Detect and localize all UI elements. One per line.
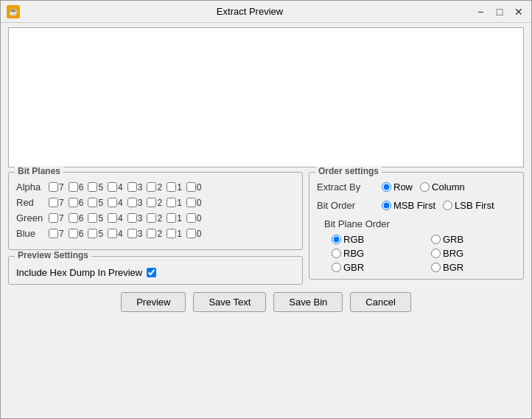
order-settings-group: Order settings Extract By Row Column <box>309 172 524 280</box>
window-title: Extract Preview <box>26 6 474 17</box>
green-cb-6[interactable] <box>69 213 78 223</box>
extract-by-row-radio[interactable] <box>382 182 391 192</box>
lsb-first-radio[interactable] <box>443 201 452 210</box>
close-button[interactable]: ✕ <box>512 5 525 18</box>
bit-planes-group: Bit Planes Alpha 7 6 5 4 3 2 1 0 <box>8 172 303 250</box>
green-cb-0[interactable] <box>186 213 196 223</box>
green-cb-1[interactable] <box>167 213 176 223</box>
bit-order-row: Bit Order MSB First LSB First <box>317 200 516 211</box>
red-cb-1[interactable] <box>167 198 176 207</box>
red-row: Red 7 6 5 4 3 2 1 0 <box>16 197 295 208</box>
left-panel: Bit Planes Alpha 7 6 5 4 3 2 1 0 <box>8 172 303 285</box>
brg-radio[interactable] <box>431 249 441 258</box>
blue-cb-3[interactable] <box>127 229 137 238</box>
preview-button[interactable]: Preview <box>121 292 186 312</box>
gbr-radio[interactable] <box>332 263 341 272</box>
bit-order-options: MSB First LSB First <box>382 200 494 211</box>
extract-by-options: Row Column <box>382 181 465 193</box>
green-cb-7[interactable] <box>49 213 58 223</box>
extract-by-label: Extract By <box>317 181 376 193</box>
extract-by-row-option: Row <box>382 181 413 193</box>
alpha-bit-6: 6 <box>69 182 84 193</box>
red-label: Red <box>16 197 49 208</box>
gbr-option: GBR <box>332 262 416 273</box>
extract-by-column-option: Column <box>420 181 465 193</box>
bit-planes-label: Bit Planes <box>15 166 63 176</box>
blue-row: Blue 7 6 5 4 3 2 1 0 <box>16 228 295 239</box>
blue-cb-5[interactable] <box>88 229 97 238</box>
red-cb-0[interactable] <box>186 198 196 207</box>
alpha-bit-1: 1 <box>167 182 182 193</box>
green-cb-2[interactable] <box>147 213 156 223</box>
blue-label: Blue <box>16 228 49 239</box>
alpha-cb-7[interactable] <box>49 182 58 192</box>
alpha-cb-4[interactable] <box>108 182 117 192</box>
msb-first-option: MSB First <box>382 200 435 211</box>
red-cb-6[interactable] <box>69 198 78 207</box>
rbg-radio[interactable] <box>332 249 341 258</box>
alpha-cb-5[interactable] <box>88 182 97 192</box>
bgr-option: BGR <box>431 262 516 273</box>
blue-cb-2[interactable] <box>147 229 156 238</box>
minimize-button[interactable]: − <box>474 5 487 18</box>
alpha-bit-2: 2 <box>147 182 162 193</box>
alpha-label: Alpha <box>16 181 49 193</box>
title-bar: ☕ Extract Preview − □ ✕ <box>1 1 531 23</box>
blue-cb-7[interactable] <box>49 229 58 238</box>
order-settings-label: Order settings <box>315 166 382 176</box>
right-panel: Order settings Extract By Row Column <box>309 172 524 285</box>
hex-dump-label: Include Hex Dump In Preview <box>16 267 142 278</box>
bit-order-label: Bit Order <box>317 200 376 211</box>
window-controls: − □ ✕ <box>474 5 525 18</box>
alpha-cb-0[interactable] <box>186 182 196 192</box>
green-cb-4[interactable] <box>108 213 117 223</box>
alpha-checkboxes: 7 6 5 4 3 2 1 0 <box>49 182 205 193</box>
rbg-option: RBG <box>332 248 416 259</box>
red-cb-3[interactable] <box>127 198 137 207</box>
bit-plane-order-label: Bit Plane Order <box>324 218 516 229</box>
alpha-bit-4: 4 <box>108 182 123 193</box>
alpha-cb-6[interactable] <box>69 182 78 192</box>
green-row: Green 7 6 5 4 3 2 1 0 <box>16 212 295 224</box>
main-panels: Bit Planes Alpha 7 6 5 4 3 2 1 0 <box>1 172 531 285</box>
bgr-radio[interactable] <box>431 263 441 272</box>
preview-canvas <box>8 27 524 167</box>
alpha-cb-3[interactable] <box>127 182 137 192</box>
alpha-bit-7: 7 <box>49 182 64 193</box>
red-cb-5[interactable] <box>88 198 97 207</box>
alpha-cb-2[interactable] <box>147 182 156 192</box>
red-cb-2[interactable] <box>147 198 156 207</box>
preview-settings-group: Preview Settings Include Hex Dump In Pre… <box>8 256 303 285</box>
brg-option: BRG <box>431 248 516 259</box>
hex-dump-row: Include Hex Dump In Preview <box>16 263 295 278</box>
extract-by-row: Extract By Row Column <box>317 181 516 193</box>
green-cb-5[interactable] <box>88 213 97 223</box>
green-checkboxes: 7 6 5 4 3 2 1 0 <box>49 213 205 224</box>
cancel-button[interactable]: Cancel <box>350 292 410 312</box>
bit-plane-order-section: Bit Plane Order RGB GRB RBG <box>324 218 516 273</box>
bit-planes-grid: Alpha 7 6 5 4 3 2 1 0 Red <box>16 181 295 239</box>
red-cb-7[interactable] <box>49 198 58 207</box>
green-cb-3[interactable] <box>127 213 137 223</box>
maximize-button[interactable]: □ <box>493 5 506 18</box>
rgb-radio[interactable] <box>332 235 341 244</box>
lsb-first-option: LSB First <box>443 200 494 211</box>
alpha-bit-0: 0 <box>186 182 202 193</box>
save-bin-button[interactable]: Save Bin <box>273 292 343 312</box>
grb-radio[interactable] <box>431 235 441 244</box>
alpha-bit-5: 5 <box>88 182 103 193</box>
green-label: Green <box>16 212 49 224</box>
save-text-button[interactable]: Save Text <box>193 292 266 312</box>
blue-cb-0[interactable] <box>186 229 196 238</box>
red-cb-4[interactable] <box>108 198 117 207</box>
hex-dump-checkbox[interactable] <box>147 268 156 277</box>
msb-first-radio[interactable] <box>382 201 391 210</box>
blue-checkboxes: 7 6 5 4 3 2 1 0 <box>49 229 205 239</box>
blue-cb-1[interactable] <box>167 229 176 238</box>
alpha-row: Alpha 7 6 5 4 3 2 1 0 <box>16 181 295 193</box>
extract-by-column-radio[interactable] <box>420 182 430 192</box>
blue-cb-4[interactable] <box>108 229 117 238</box>
alpha-bit-3: 3 <box>127 182 143 193</box>
alpha-cb-1[interactable] <box>167 182 176 192</box>
blue-cb-6[interactable] <box>69 229 78 238</box>
